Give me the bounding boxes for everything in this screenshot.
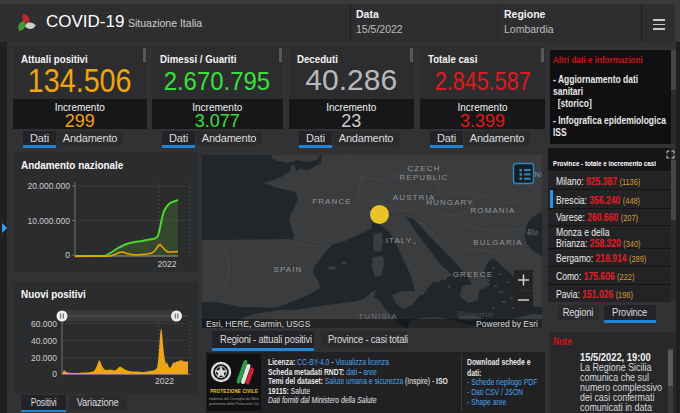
svg-text:10.000.000: 10.000.000 [27, 216, 70, 226]
svg-text:⌄: ⌄ [412, 239, 417, 245]
svg-text:SPAIN: SPAIN [274, 265, 303, 274]
svg-text:2022: 2022 [155, 376, 174, 386]
svg-text:BULGARIA: BULGARIA [473, 238, 522, 247]
svg-text:20.000: 20.000 [31, 353, 57, 363]
svg-text:Bla: Bla [527, 228, 538, 237]
svg-text:0: 0 [52, 369, 57, 379]
svg-text:20.000.000: 20.000.000 [27, 181, 70, 191]
svg-text:0: 0 [65, 250, 70, 260]
svg-text:60.000: 60.000 [31, 319, 57, 329]
svg-text:Powered by Esri: Powered by Esri [476, 319, 538, 329]
svg-text:HUNGARY: HUNGARY [426, 198, 474, 207]
svg-text:Presidenza del Consiglio dei M: Presidenza del Consiglio dei Ministri [209, 397, 259, 401]
svg-text:CZECH: CZECH [407, 164, 440, 173]
svg-text:GREECE: GREECE [453, 270, 493, 279]
svg-text:Dipartimento della Protezione: Dipartimento della Protezione Civile [209, 402, 259, 406]
svg-text:ITALY: ITALY [386, 236, 413, 245]
svg-text:40.000: 40.000 [31, 336, 57, 346]
svg-text:Esri, HERE, Garmin, USGS: Esri, HERE, Garmin, USGS [206, 319, 311, 329]
svg-text:ROMANIA: ROMANIA [470, 206, 515, 215]
svg-text:REPUBLIC: REPUBLIC [400, 173, 449, 182]
svg-text:PROTEZIONE CIVILE: PROTEZIONE CIVILE [210, 389, 258, 394]
svg-text:FRANCE: FRANCE [312, 197, 352, 206]
svg-text:2022: 2022 [158, 259, 177, 269]
